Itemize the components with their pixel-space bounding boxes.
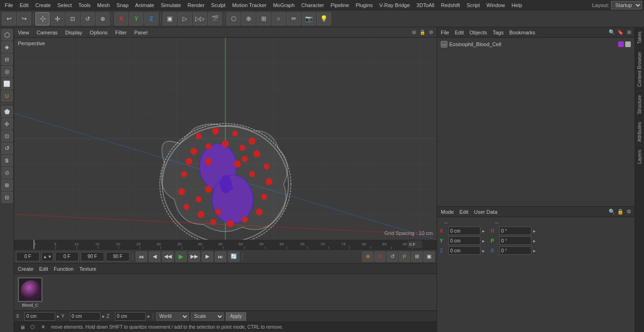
status-icon-2[interactable]: ⬡: [28, 323, 37, 332]
attr-b-field[interactable]: [499, 246, 531, 255]
attr-z-arrow[interactable]: ▸: [482, 248, 490, 253]
y-axis-button[interactable]: Y: [129, 12, 143, 25]
3d-viewport[interactable]: Perspective: [14, 38, 437, 240]
menu-pipeline[interactable]: Pipeline: [328, 1, 352, 9]
attr-p-field[interactable]: [499, 236, 531, 245]
layout-dropdown[interactable]: Startup: [611, 1, 642, 9]
lt-group[interactable]: ⊞: [1, 179, 13, 191]
timeline-view[interactable]: ▣: [423, 251, 435, 262]
tab-structure[interactable]: Structure: [636, 91, 644, 118]
menu-tools[interactable]: Tools: [75, 1, 93, 9]
attr-z-field[interactable]: [448, 246, 480, 255]
preview-end-field[interactable]: [106, 252, 130, 261]
light-icon[interactable]: 💡: [317, 12, 331, 25]
lt-move[interactable]: ✛: [1, 118, 13, 130]
menu-animate[interactable]: Animate: [132, 1, 157, 9]
viewport-filter-menu[interactable]: Filter: [113, 29, 128, 36]
current-frame-field[interactable]: [16, 252, 40, 261]
keyframe-record[interactable]: ⊡: [374, 251, 386, 262]
move-tool[interactable]: ✛: [50, 12, 65, 25]
menu-vray[interactable]: V-Ray Bridge: [377, 1, 413, 9]
add-obj[interactable]: ⊕: [241, 12, 256, 25]
grid-view[interactable]: ⊞: [411, 251, 422, 262]
menu-snap[interactable]: Snap: [114, 1, 132, 9]
lt-rotate[interactable]: ↺: [1, 143, 13, 154]
menu-plugins[interactable]: Plugins: [353, 1, 375, 9]
prev-frame[interactable]: ◀: [149, 251, 160, 262]
search-icon[interactable]: 🔍: [608, 29, 616, 36]
select-tool[interactable]: ⊹: [35, 12, 50, 25]
coord-y-field[interactable]: [70, 312, 100, 321]
rotate-tool[interactable]: ↺: [81, 12, 95, 25]
lt-s[interactable]: S: [1, 155, 13, 166]
attr-b-arrow[interactable]: ▸: [533, 248, 541, 253]
viewport-panel-menu[interactable]: Panel: [132, 29, 149, 36]
obj-edit[interactable]: Edit: [453, 29, 466, 36]
cube-mode[interactable]: ⬡: [226, 12, 240, 25]
transform-tool[interactable]: ⊕: [96, 12, 110, 25]
undo-button[interactable]: ↩: [2, 12, 16, 25]
obj-item-blood-cell[interactable]: Lo Eosinophil_Blood_Cell: [439, 40, 633, 49]
lt-scale[interactable]: ⊡: [1, 130, 13, 142]
bookmark-icon[interactable]: 🔖: [617, 29, 624, 36]
play-button[interactable]: ▶: [175, 251, 187, 262]
coord-x-field[interactable]: [25, 312, 55, 321]
obj-color-tag[interactable]: [618, 41, 624, 47]
menu-file[interactable]: File: [2, 1, 16, 9]
lt-select[interactable]: ⬟: [1, 106, 13, 117]
step-backward[interactable]: ◀◀: [162, 251, 173, 262]
obj-objects[interactable]: Objects: [468, 29, 489, 36]
viewport-view-menu[interactable]: View: [16, 29, 31, 36]
menu-mograph[interactable]: MoGraph: [270, 1, 297, 9]
keyframe-add[interactable]: ⊕: [362, 251, 373, 262]
obj-tags[interactable]: Tags: [491, 29, 505, 36]
attr-x-field[interactable]: [448, 227, 480, 235]
viewport-display-menu[interactable]: Display: [63, 29, 84, 36]
attr-p-arrow[interactable]: ▸: [533, 238, 541, 243]
menu-create[interactable]: Create: [33, 1, 54, 9]
menu-help[interactable]: Help: [509, 1, 525, 9]
menu-simulate[interactable]: Simulate: [158, 1, 184, 9]
mat-edit[interactable]: Edit: [37, 265, 50, 273]
scale-dropdown[interactable]: Scale Size: [191, 312, 224, 321]
status-icon-close[interactable]: ✕: [39, 323, 47, 332]
menu-character[interactable]: Character: [298, 1, 327, 9]
status-icon-1[interactable]: 🖥: [18, 323, 26, 332]
attr-h-field[interactable]: [499, 227, 531, 235]
grid-icon[interactable]: ⊞: [625, 29, 633, 36]
viewport-options-menu[interactable]: Options: [88, 29, 109, 36]
menu-script[interactable]: Script: [464, 1, 483, 9]
attr-settings-icon[interactable]: ⚙: [625, 208, 633, 216]
frame-up[interactable]: ▼: [48, 254, 52, 259]
next-frame[interactable]: ▶: [202, 251, 213, 262]
attr-lock-icon[interactable]: 🔒: [617, 208, 624, 216]
menu-edit[interactable]: Edit: [17, 1, 32, 9]
attr-y-arrow[interactable]: ▸: [482, 238, 490, 243]
apply-button[interactable]: Apply: [226, 312, 246, 321]
end-frame-field[interactable]: [81, 252, 104, 261]
world-dropdown[interactable]: World Local Object: [156, 312, 189, 321]
tab-attributes[interactable]: Attributes: [636, 118, 644, 146]
menu-motion-tracker[interactable]: Motion Tracker: [229, 1, 269, 9]
step-forward[interactable]: ▶▶: [189, 251, 200, 262]
render-all[interactable]: ▷▷: [193, 12, 207, 25]
obj-tag-2[interactable]: [625, 41, 631, 47]
viewport-settings[interactable]: ⚙: [427, 29, 435, 36]
tab-layers[interactable]: Layers: [636, 146, 644, 168]
add-field[interactable]: ○: [272, 12, 286, 25]
render-active[interactable]: ▷: [178, 12, 192, 25]
viewport-maximize[interactable]: ⊞: [410, 29, 418, 36]
obj-file[interactable]: File: [439, 29, 451, 36]
uv-mode[interactable]: U: [1, 90, 13, 102]
frame-down[interactable]: ▲: [43, 254, 47, 259]
mat-texture[interactable]: Texture: [77, 265, 98, 273]
attr-search-icon[interactable]: 🔍: [608, 208, 616, 216]
obj-bookmarks[interactable]: Bookmarks: [507, 29, 537, 36]
redo-button[interactable]: ↪: [17, 12, 31, 25]
add-deform[interactable]: ⊞: [256, 12, 271, 25]
x-axis-button[interactable]: X: [114, 12, 128, 25]
menu-3dtoall[interactable]: 3DToAll: [413, 1, 437, 9]
viewport-cameras-menu[interactable]: Cameras: [35, 29, 60, 36]
attr-mode[interactable]: Mode: [439, 208, 456, 216]
sketch-tool[interactable]: ✏: [287, 12, 301, 25]
